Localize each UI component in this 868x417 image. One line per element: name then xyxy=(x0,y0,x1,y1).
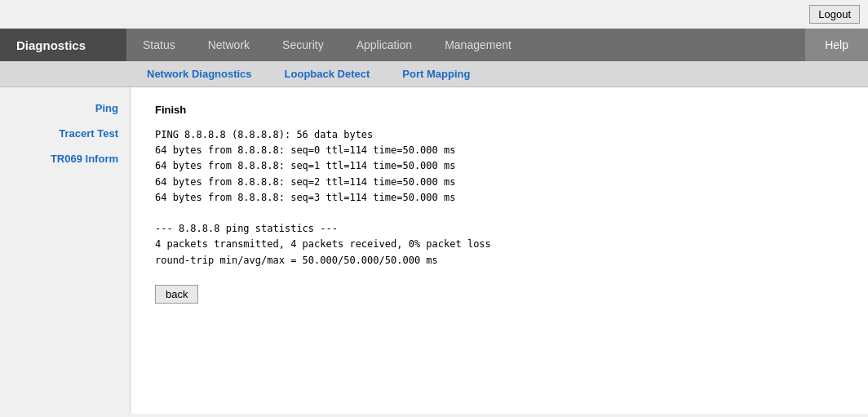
nav-item-network[interactable]: Network xyxy=(192,29,266,61)
sidebar: Ping Tracert Test TR069 Inform xyxy=(0,87,131,414)
subnav-port-mapping[interactable]: Port Mapping xyxy=(386,61,486,87)
top-bar: Logout xyxy=(0,0,868,29)
content-area: Finish PING 8.8.8.8 (8.8.8.8): 56 data b… xyxy=(131,87,868,414)
nav-item-application[interactable]: Application xyxy=(340,29,429,61)
logout-button[interactable]: Logout xyxy=(809,5,860,24)
back-button[interactable]: back xyxy=(155,285,198,304)
ping-output: PING 8.8.8.8 (8.8.8.8): 56 data bytes 64… xyxy=(155,127,844,268)
sidebar-item-ping[interactable]: Ping xyxy=(0,95,130,121)
nav-bar: Diagnostics Status Network Security Appl… xyxy=(0,29,868,61)
sidebar-item-tracert-test[interactable]: Tracert Test xyxy=(0,121,130,146)
finish-label: Finish xyxy=(155,104,844,116)
main-layout: Ping Tracert Test TR069 Inform Finish PI… xyxy=(0,87,868,414)
nav-items: Status Network Security Application Mana… xyxy=(126,29,805,61)
nav-item-security[interactable]: Security xyxy=(266,29,340,61)
sidebar-item-tr069-inform[interactable]: TR069 Inform xyxy=(0,146,130,171)
sub-nav: Network Diagnostics Loopback Detect Port… xyxy=(0,61,868,87)
nav-item-management[interactable]: Management xyxy=(428,29,528,61)
subnav-loopback-detect[interactable]: Loopback Detect xyxy=(268,61,387,87)
brand-label: Diagnostics xyxy=(0,29,126,61)
subnav-network-diagnostics[interactable]: Network Diagnostics xyxy=(131,61,268,87)
nav-item-status[interactable]: Status xyxy=(126,29,192,61)
help-button[interactable]: Help xyxy=(805,29,868,61)
